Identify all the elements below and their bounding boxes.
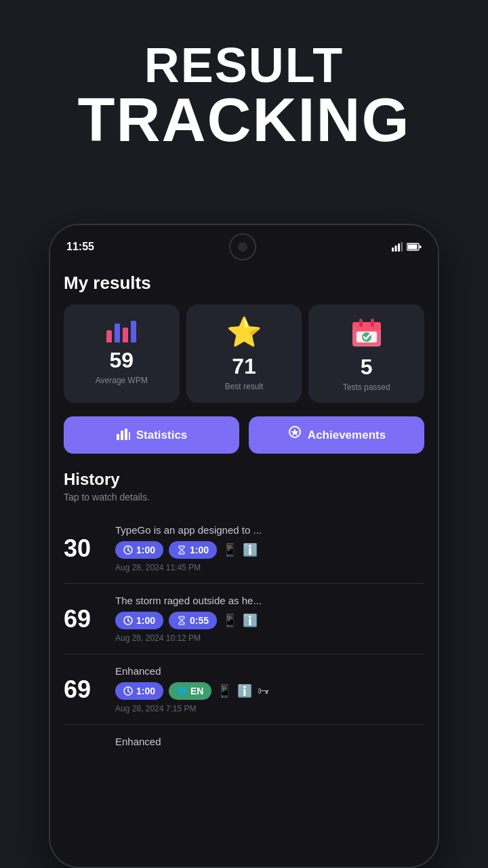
tests-value: 5 <box>361 355 373 380</box>
history-date: Aug 28, 2024 10:12 PM <box>115 633 424 643</box>
achievements-button[interactable]: Achievements <box>249 416 424 454</box>
camera-notch <box>229 233 256 260</box>
svg-rect-0 <box>392 248 394 252</box>
statistics-button[interactable]: Statistics <box>64 416 239 454</box>
history-title: History <box>64 470 424 489</box>
stats-row: 59 Average WPM ⭐ 71 Best result <box>64 304 424 403</box>
time-value: 1:00 <box>136 615 155 626</box>
history-details: The storm raged outside as he... 1:00 <box>115 595 424 643</box>
svg-line-28 <box>128 691 130 692</box>
svg-rect-3 <box>401 242 403 252</box>
history-text: TypeGo is an app designed to ... <box>115 524 424 536</box>
camera-dot <box>238 242 247 252</box>
language-tag: 🌐 EN <box>169 682 211 700</box>
clock-icon <box>123 686 133 696</box>
info-icon: ℹ️ <box>243 613 258 628</box>
status-bar: 11:55 <box>50 225 438 266</box>
time-tag: 1:00 <box>115 612 163 629</box>
signal-icon <box>392 242 403 252</box>
best-label: Best result <box>225 382 264 391</box>
history-details: Enhanced 1:00 🌐 EN <box>115 665 424 713</box>
history-tags: 1:00 1:00 📱 ℹ️ <box>115 541 424 559</box>
history-tags: 1:00 0:55 📱 ℹ️ <box>115 612 424 629</box>
history-text: Enhanced <box>115 736 424 747</box>
phone-inner: 11:55 My results <box>50 225 438 867</box>
statistics-icon <box>116 426 131 444</box>
history-tags: 1:00 🌐 EN 📱 ℹ️ 🗝 <box>115 682 424 700</box>
svg-rect-9 <box>352 328 381 330</box>
history-details: TypeGo is an app designed to ... 1:00 <box>115 524 424 572</box>
phone-icon: 📱 <box>222 542 237 557</box>
svg-rect-5 <box>407 245 417 250</box>
statistics-label: Statistics <box>136 429 188 442</box>
status-time: 11:55 <box>66 241 94 253</box>
history-wpm: 69 <box>64 675 104 704</box>
svg-rect-17 <box>129 432 130 440</box>
svg-rect-10 <box>359 319 363 327</box>
history-wpm: 69 <box>64 605 104 633</box>
stat-card-tests: 5 Tests passed <box>308 304 424 403</box>
bar-chart-icon <box>106 315 136 342</box>
duration-value: 0:55 <box>190 615 209 626</box>
avg-wpm-value: 59 <box>110 348 134 373</box>
svg-line-22 <box>128 550 130 551</box>
achievements-label: Achievements <box>308 429 386 442</box>
svg-rect-16 <box>125 429 127 440</box>
battery-icon <box>407 243 422 251</box>
history-date: Aug 28, 2024 11:45 PM <box>115 563 424 572</box>
status-icons <box>392 242 422 252</box>
duration-tag: 0:55 <box>169 612 217 629</box>
phone-icon: 📱 <box>222 613 237 628</box>
duration-tag: 1:00 <box>169 541 217 559</box>
header-line2: TRACKING <box>14 90 474 151</box>
language-value: EN <box>190 686 203 696</box>
promo-header: RESULT TRACKING <box>0 0 488 171</box>
time-value: 1:00 <box>136 545 155 555</box>
star-icon: ⭐ <box>226 315 262 349</box>
svg-rect-1 <box>394 245 396 252</box>
history-item[interactable]: Enhanced <box>64 725 424 764</box>
svg-rect-2 <box>398 243 400 252</box>
stat-card-best: ⭐ 71 Best result <box>186 304 302 403</box>
clock-icon <box>123 545 133 555</box>
action-buttons: Statistics Achievements <box>64 416 424 454</box>
tests-label: Tests passed <box>343 382 390 392</box>
best-value: 71 <box>232 354 256 379</box>
history-item[interactable]: 69 Enhanced 1:00 🌐 <box>64 654 424 725</box>
duration-value: 1:00 <box>190 545 209 555</box>
history-subtitle: Tap to watch details. <box>64 492 424 502</box>
page-title: My results <box>64 273 424 294</box>
svg-rect-14 <box>117 434 119 440</box>
history-wpm: 30 <box>64 534 104 563</box>
done-calendar-icon <box>350 315 384 349</box>
history-details: Enhanced <box>115 736 424 753</box>
key-icon: 🗝 <box>258 684 270 698</box>
info-icon-dim: ℹ️ <box>237 684 252 698</box>
stat-card-avg-wpm: 59 Average WPM <box>64 304 180 403</box>
time-value: 1:00 <box>136 686 155 696</box>
app-content: My results 59 Average WPM ⭐ <box>50 266 438 863</box>
header-line1: RESULT <box>14 41 474 90</box>
svg-rect-6 <box>420 245 422 248</box>
svg-marker-19 <box>291 429 299 436</box>
phone-frame: 11:55 My results <box>49 224 439 868</box>
hourglass-icon <box>177 616 186 625</box>
time-tag: 1:00 <box>115 541 163 559</box>
history-item[interactable]: 30 TypeGo is an app designed to ... 1:00 <box>64 513 424 584</box>
history-item[interactable]: 69 The storm raged outside as he... 1:00 <box>64 584 424 654</box>
clock-icon <box>123 616 133 625</box>
svg-line-25 <box>128 620 130 622</box>
globe-icon: 🌐 <box>177 686 187 696</box>
svg-rect-11 <box>371 319 374 327</box>
avg-wpm-label: Average WPM <box>96 376 148 385</box>
svg-rect-15 <box>121 431 123 440</box>
history-text: Enhanced <box>115 665 424 677</box>
history-text: The storm raged outside as he... <box>115 595 424 606</box>
achievements-icon <box>287 426 302 444</box>
hourglass-icon <box>177 545 186 555</box>
phone-icon: 📱 <box>217 684 232 698</box>
info-icon: ℹ️ <box>243 542 258 557</box>
history-date: Aug 28, 2024 7:15 PM <box>115 704 424 713</box>
time-tag: 1:00 <box>115 682 163 700</box>
